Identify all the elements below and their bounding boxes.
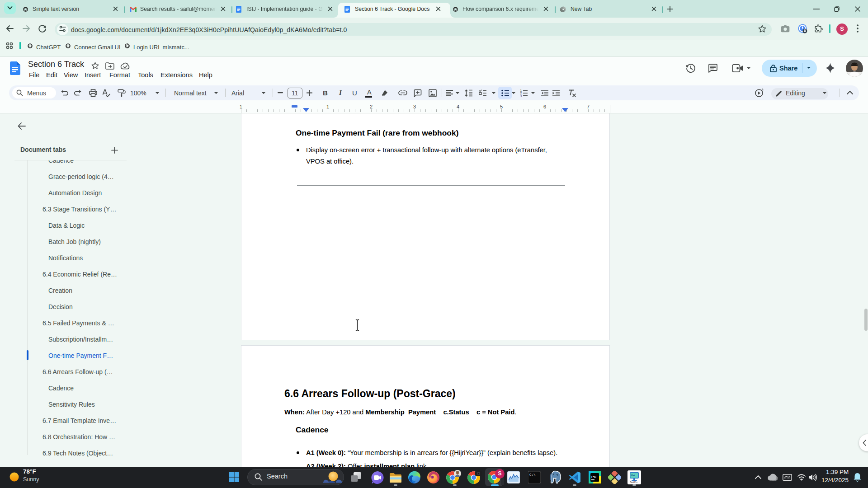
svg-text:3: 3 (520, 94, 522, 97)
svg-text:PC: PC (591, 475, 596, 479)
svg-text:Get: Get (631, 474, 635, 477)
svg-text:TaskPro: TaskPro (630, 481, 638, 483)
svg-text:C:\_: C:\_ (529, 473, 538, 477)
